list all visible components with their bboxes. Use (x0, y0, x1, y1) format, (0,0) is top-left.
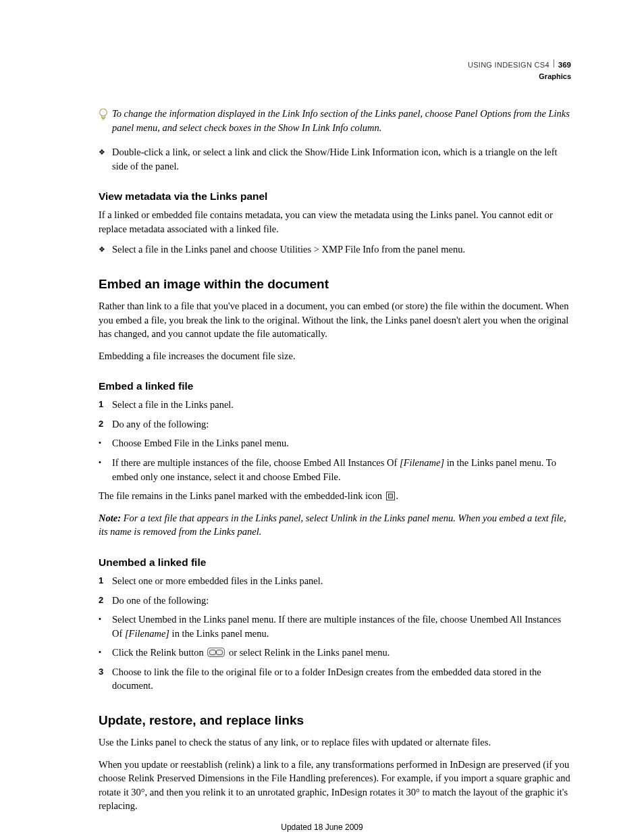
list-item: If there are multiple instances of the f… (99, 456, 571, 484)
paragraph: If a linked or embedded file contains me… (99, 208, 571, 236)
text: If there are multiple instances of the f… (112, 457, 400, 468)
note-label: Note: (99, 513, 121, 523)
list-item-text: Double-click a link, or select a link an… (112, 145, 571, 173)
paragraph: Use the Links panel to check the status … (99, 735, 571, 750)
text: in the Links panel menu. (169, 628, 269, 639)
list-item: Select Unembed in the Links panel menu. … (99, 613, 571, 640)
bullet-icon (99, 436, 112, 449)
paragraph: Embedding a file increases the document … (99, 349, 571, 363)
list-item-text: Do any of the following: (112, 417, 571, 432)
list-item-text: Do one of the following: (112, 594, 571, 608)
page: USING INDESIGN CS4 369 Graphics To chang… (0, 0, 644, 834)
list-item: 1 Select one or more embedded files in t… (99, 574, 571, 588)
bullet-icon (99, 456, 112, 469)
paragraph: The file remains in the Links panel mark… (99, 489, 571, 503)
step-number: 1 (99, 398, 112, 411)
list-item: Choose Embed File in the Links panel men… (99, 436, 571, 450)
step-number: 3 (99, 665, 112, 678)
list-item: 1 Select a file in the Links panel. (99, 398, 571, 412)
relink-icon (207, 648, 225, 657)
content-area: To change the information displayed in t… (99, 107, 571, 813)
list-item: Click the Relink button or select Relink… (99, 646, 571, 660)
subheading-view-metadata: View metadata via the Links panel (99, 189, 571, 204)
list-item-text: Select a file in the Links panel. (112, 398, 571, 412)
list-item-text: Click the Relink button or select Relink… (112, 646, 571, 660)
bullet-icon (99, 646, 112, 658)
list-item-text: Choose Embed File in the Links panel men… (112, 436, 571, 450)
embedded-link-icon (386, 492, 395, 500)
header-product: USING INDESIGN CS4 (468, 60, 549, 70)
header-page-number: 369 (558, 60, 571, 71)
subheading-unembed: Unembed a linked file (99, 555, 571, 570)
diamond-bullet-icon (99, 242, 112, 255)
list-item: 2 Do one of the following: (99, 594, 571, 608)
text: Click the Relink button (112, 647, 206, 658)
list-item: Double-click a link, or select a link an… (99, 145, 571, 173)
text: or select Relink in the Links panel menu… (229, 647, 390, 658)
heading-embed-image: Embed an image within the document (99, 276, 571, 294)
diamond-bullet-icon (99, 145, 112, 158)
filename-placeholder: [Filename] (400, 457, 444, 468)
header-divider (554, 59, 554, 68)
step-number: 1 (99, 574, 112, 587)
note-body: For a text file that appears in the Link… (99, 513, 566, 538)
text: . (396, 490, 399, 501)
header-section: Graphics (468, 72, 571, 82)
heading-update-restore: Update, restore, and replace links (99, 712, 571, 730)
list-item-text: Select Unembed in the Links panel menu. … (112, 613, 571, 640)
filename-placeholder: [Filename] (125, 628, 169, 639)
list-item: 2 Do any of the following: (99, 417, 571, 432)
list-item-text: Select one or more embedded files in the… (112, 574, 571, 588)
bullet-icon (99, 613, 112, 625)
lightbulb-icon (99, 108, 109, 126)
tip-text: To change the information displayed in t… (112, 107, 571, 134)
list-item-text: Select a file in the Links panel and cho… (112, 242, 571, 257)
list-item-text: If there are multiple instances of the f… (112, 456, 571, 484)
subheading-embed-linked: Embed a linked file (99, 379, 571, 394)
paragraph: When you update or reestablish (relink) … (99, 758, 571, 813)
text: The file remains in the Links panel mark… (99, 490, 385, 501)
step-number: 2 (99, 417, 112, 430)
paragraph: Rather than link to a file that you've p… (99, 299, 571, 341)
step-number: 2 (99, 594, 112, 606)
note-paragraph: Note: For a text file that appears in th… (99, 511, 571, 539)
list-item: 3 Choose to link the file to the origina… (99, 665, 571, 693)
list-item: Select a file in the Links panel and cho… (99, 242, 571, 257)
running-header: USING INDESIGN CS4 369 Graphics (468, 59, 571, 81)
tip-block: To change the information displayed in t… (99, 107, 571, 134)
list-item-text: Choose to link the file to the original … (112, 665, 571, 693)
svg-point-0 (100, 109, 107, 116)
footer-updated: Updated 18 June 2009 (0, 822, 644, 833)
